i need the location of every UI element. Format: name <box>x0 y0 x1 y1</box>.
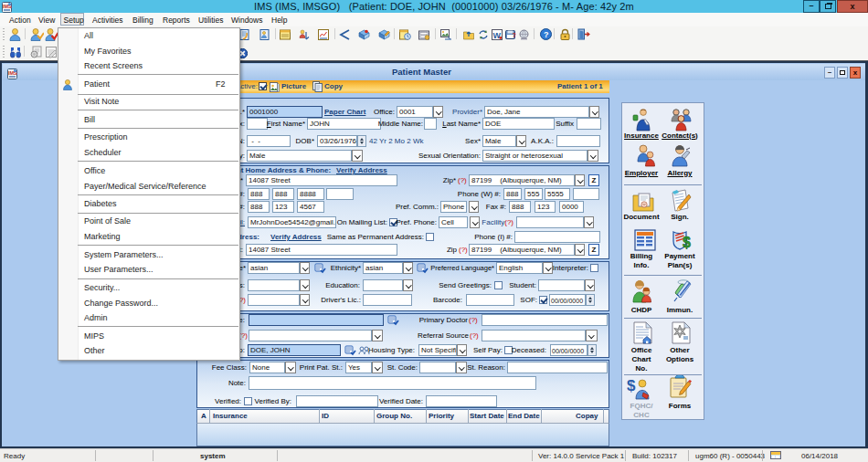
svg-text:?: ? <box>544 30 549 39</box>
svg-text:$: $ <box>627 377 636 394</box>
svg-text:$: $ <box>683 235 691 250</box>
svg-text:?: ? <box>513 32 516 38</box>
